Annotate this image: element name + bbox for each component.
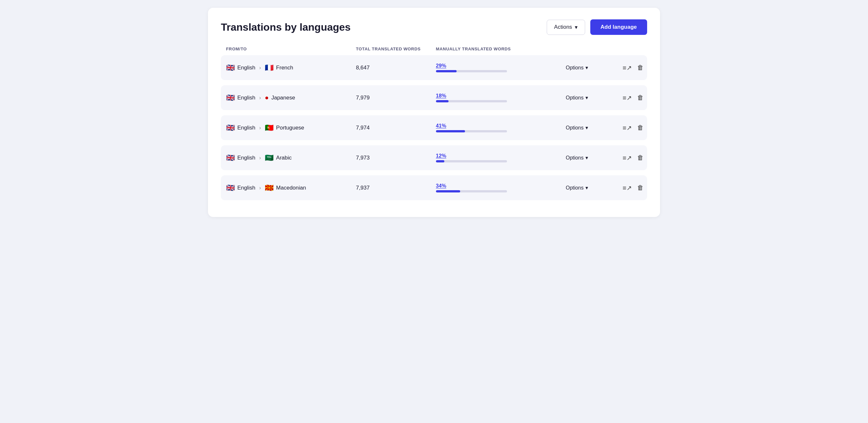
edit-translations-icon[interactable]: ≡↗	[623, 124, 632, 132]
total-words: 7,979	[356, 95, 431, 101]
lang-pair: 🇬🇧 English › 🇸🇦 Arabic	[226, 154, 351, 162]
options-label: Options	[566, 155, 584, 161]
options-dropdown-button[interactable]: Options ▾	[566, 65, 588, 71]
arrow-icon: ›	[259, 65, 261, 71]
delete-icon[interactable]: 🗑	[637, 94, 644, 101]
options-button[interactable]: Options ▾	[566, 95, 617, 101]
to-flag: 🇫🇷	[265, 64, 274, 72]
from-lang: English	[237, 185, 255, 191]
from-lang: English	[237, 65, 255, 71]
col-from-to: FROM/TO	[226, 47, 351, 51]
progress-percent[interactable]: 29%	[436, 63, 561, 69]
arrow-icon: ›	[259, 125, 261, 131]
options-label: Options	[566, 95, 584, 101]
chevron-down-icon: ▾	[585, 155, 588, 161]
options-label: Options	[566, 65, 584, 71]
options-button[interactable]: Options ▾	[566, 125, 617, 131]
from-flag: 🇬🇧	[226, 94, 235, 102]
from-lang: English	[237, 155, 255, 161]
chevron-down-icon: ▾	[585, 185, 588, 191]
header: Translations by languages Actions ▾ Add …	[221, 19, 647, 35]
table-header: FROM/TO TOTAL TRANSLATED WORDS MANUALLY …	[221, 47, 647, 55]
to-lang: Portuguese	[276, 125, 304, 131]
options-button[interactable]: Options ▾	[566, 185, 617, 191]
progress-cell: 29%	[436, 63, 561, 72]
main-container: Translations by languages Actions ▾ Add …	[208, 8, 660, 217]
progress-bar-background	[436, 130, 507, 132]
header-actions: Actions ▾ Add language	[547, 19, 647, 35]
chevron-down-icon: ▾	[585, 95, 588, 101]
page-title: Translations by languages	[221, 21, 351, 33]
total-words: 7,973	[356, 155, 431, 161]
progress-bar-background	[436, 100, 507, 102]
lang-pair: 🇬🇧 English › ● Japanese	[226, 94, 351, 102]
progress-bar-background	[436, 190, 507, 192]
progress-bar-fill	[436, 160, 444, 162]
edit-translations-icon[interactable]: ≡↗	[623, 184, 632, 192]
options-button[interactable]: Options ▾	[566, 155, 617, 161]
progress-cell: 41%	[436, 123, 561, 132]
edit-translations-icon[interactable]: ≡↗	[623, 64, 632, 72]
col-manually-translated: MANUALLY TRANSLATED WORDS	[436, 47, 561, 51]
progress-cell: 12%	[436, 153, 561, 162]
progress-bar-background	[436, 70, 507, 72]
col-options	[566, 47, 617, 51]
from-flag: 🇬🇧	[226, 154, 235, 162]
progress-bar-fill	[436, 100, 449, 102]
to-lang: Arabic	[276, 155, 291, 161]
from-flag: 🇬🇧	[226, 64, 235, 72]
options-dropdown-button[interactable]: Options ▾	[566, 155, 588, 161]
progress-bar-background	[436, 160, 507, 162]
delete-icon[interactable]: 🗑	[637, 184, 644, 191]
arrow-icon: ›	[259, 155, 261, 161]
progress-percent[interactable]: 18%	[436, 93, 561, 99]
to-lang: Macedonian	[276, 185, 306, 191]
lang-pair: 🇬🇧 English › 🇲🇰 Macedonian	[226, 184, 351, 192]
lang-pair: 🇬🇧 English › 🇵🇹 Portuguese	[226, 124, 351, 132]
col-total-words: TOTAL TRANSLATED WORDS	[356, 47, 431, 51]
options-dropdown-button[interactable]: Options ▾	[566, 125, 588, 131]
actions-button[interactable]: Actions ▾	[547, 20, 585, 35]
delete-icon[interactable]: 🗑	[637, 154, 644, 161]
progress-bar-fill	[436, 130, 465, 132]
delete-icon[interactable]: 🗑	[637, 124, 644, 131]
total-words: 7,974	[356, 125, 431, 131]
options-dropdown-button[interactable]: Options ▾	[566, 95, 588, 101]
lang-pair: 🇬🇧 English › 🇫🇷 French	[226, 64, 351, 72]
edit-translations-icon[interactable]: ≡↗	[623, 94, 632, 102]
from-flag: 🇬🇧	[226, 184, 235, 192]
arrow-icon: ›	[259, 95, 261, 101]
progress-bar-fill	[436, 70, 457, 72]
progress-percent[interactable]: 12%	[436, 153, 561, 159]
row-action-buttons: ≡↗ 🗑	[623, 184, 642, 192]
options-button[interactable]: Options ▾	[566, 65, 617, 71]
row-action-buttons: ≡↗ 🗑	[623, 64, 642, 72]
progress-cell: 18%	[436, 93, 561, 102]
to-flag: 🇲🇰	[265, 184, 274, 192]
col-actions	[623, 47, 642, 51]
progress-percent[interactable]: 41%	[436, 123, 561, 129]
actions-label: Actions	[554, 24, 572, 30]
options-label: Options	[566, 185, 584, 191]
add-language-button[interactable]: Add language	[590, 19, 647, 35]
row-action-buttons: ≡↗ 🗑	[623, 124, 642, 132]
chevron-down-icon: ▾	[585, 125, 588, 131]
from-lang: English	[237, 125, 255, 131]
progress-bar-fill	[436, 190, 460, 192]
progress-percent[interactable]: 34%	[436, 183, 561, 189]
rows-container: 🇬🇧 English › 🇫🇷 French 8,647 29% Options…	[221, 55, 647, 200]
table-row: 🇬🇧 English › ● Japanese 7,979 18% Option…	[221, 85, 647, 110]
options-label: Options	[566, 125, 584, 131]
chevron-down-icon: ▾	[575, 24, 578, 31]
options-dropdown-button[interactable]: Options ▾	[566, 185, 588, 191]
to-flag: 🇸🇦	[265, 154, 274, 162]
chevron-down-icon: ▾	[585, 65, 588, 71]
from-lang: English	[237, 95, 255, 101]
edit-translations-icon[interactable]: ≡↗	[623, 154, 632, 162]
progress-cell: 34%	[436, 183, 561, 192]
delete-icon[interactable]: 🗑	[637, 64, 644, 71]
row-action-buttons: ≡↗ 🗑	[623, 154, 642, 162]
table-row: 🇬🇧 English › 🇵🇹 Portuguese 7,974 41% Opt…	[221, 115, 647, 140]
total-words: 7,937	[356, 185, 431, 191]
table-row: 🇬🇧 English › 🇸🇦 Arabic 7,973 12% Options…	[221, 145, 647, 170]
